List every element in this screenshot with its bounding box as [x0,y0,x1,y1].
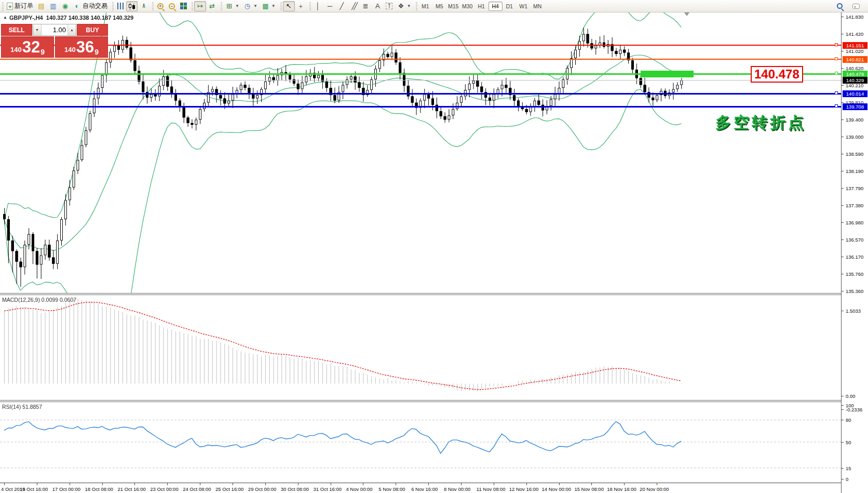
rsi-pane[interactable]: RSI(14) 51.8857 [0,402,841,483]
arrows-button[interactable]: ❖▼ [395,1,413,11]
autotrading-button[interactable]: ◐自动交易 [71,1,110,11]
tile-windows-button[interactable] [178,1,189,11]
equidistant-channel-button[interactable]: ╱ [348,1,360,11]
fibonacci-button[interactable]: ≣ [360,1,372,11]
templates-button[interactable]: ▩▼ [260,1,278,11]
timeframe-button-mn[interactable]: MN [531,2,545,11]
navigator-icon: ◉ [61,2,69,10]
search-icon [837,3,843,9]
time-axis[interactable]: 4 Oct 201915 Oct 16:0017 Oct 00:0018 Oct… [0,483,841,493]
trendline-button[interactable]: ╱ [336,1,348,11]
sell-button[interactable]: SELL [1,24,32,36]
search-button[interactable] [834,1,845,11]
price-callout-label[interactable]: 140.478 [751,66,803,83]
new-order-button[interactable]: ＋新订单 [5,1,35,11]
new-order-label: 新订单 [15,2,33,10]
macd-pane[interactable]: MACD(12,26,9) 0.0099 0.0607 [0,295,841,400]
dropdown-arrow-icon[interactable]: ▼ [253,4,257,8]
bar-chart-button[interactable] [115,1,126,11]
rsi-canvas[interactable] [0,402,841,483]
dropdown-arrow-icon[interactable]: ▼ [235,4,239,8]
timeframe-button-m1[interactable]: M1 [418,2,432,11]
line-anchor-handle[interactable] [835,72,838,75]
rsi-axis-label: 50 [846,439,851,445]
zoom-in-button[interactable]: + [155,1,166,11]
cursor-button[interactable]: ↖ [283,1,295,11]
crosshair-button[interactable]: ＋ [295,1,307,11]
time-label: 24 Oct 08:00 [183,486,211,492]
line-anchor-handle[interactable] [835,43,838,46]
sell-price-button[interactable]: 140329 [1,36,54,58]
macd-axis-label: 0.00 [846,393,856,399]
price-tick-mark [842,222,844,223]
chart-shift-button[interactable]: ⇄ [206,1,218,11]
market-watch-button[interactable]: ▤ [35,1,47,11]
price-tick-label: 141.020 [846,48,863,54]
indicators-icon: ⊞ [225,2,233,10]
price-tick-label: 136.980 [846,220,863,225]
timeframe-button-m15[interactable]: M15 [446,2,460,11]
time-tick-mark [265,483,266,485]
time-label: 15 Oct 16:00 [20,486,48,492]
rsi-tick-mark [842,442,844,443]
zoom-out-button[interactable]: − [166,1,178,11]
turning-point-annotation[interactable]: 多空转折点 [715,112,806,134]
macd-axis-label: 1.5033 [846,308,861,314]
line-anchor-handle[interactable] [835,57,838,60]
price-tick-mark [842,51,844,51]
buy-price-button[interactable]: 140369 [55,36,108,58]
buy-button[interactable]: BUY [77,24,108,36]
price-tick-label: 135.760 [846,271,863,277]
line-anchor-handle[interactable] [835,104,838,108]
timeframe-button-m30[interactable]: M30 [460,2,474,11]
volume-down-button[interactable]: ▼ [33,24,42,35]
volume-up-button[interactable]: ▲ [67,24,76,35]
macd-canvas[interactable] [0,295,841,400]
chat-button[interactable] [850,1,862,11]
periods-button[interactable]: ◷▼ [241,1,260,11]
price-tick-mark [842,17,844,17]
text-button[interactable]: A [372,1,384,11]
autotrading-icon: ◐ [73,2,81,10]
main-chart-pane[interactable]: 140.478 多空转折点 [0,12,841,293]
dropdown-arrow-icon[interactable]: ▼ [407,4,411,8]
collapse-panel-icon[interactable]: ▲ [3,15,7,20]
timeframe-button-d1[interactable]: D1 [503,2,517,11]
time-tick-mark [70,483,70,485]
navigator-button[interactable]: ◉ [59,1,71,11]
highlight-rectangle[interactable] [641,71,694,77]
horizontal-line-139.708[interactable] [0,106,841,108]
timeframe-button-m5[interactable]: M5 [432,2,446,11]
indicators-button[interactable]: ⊞▼ [223,1,241,11]
dropdown-arrow-icon[interactable]: ▼ [272,4,276,8]
horizontal-line-140.014[interactable] [0,93,841,95]
candlestick-canvas[interactable] [0,12,841,293]
line-chart-button[interactable]: /\ [138,1,150,11]
horizontal-line-140.821[interactable] [0,59,841,60]
line-anchor-handle[interactable] [835,91,838,95]
timeframe-button-w1[interactable]: W1 [517,2,531,11]
vertical-line-icon: │ [314,2,322,10]
timeframe-button-h1[interactable]: H1 [474,2,489,11]
text-label-button[interactable]: T [384,1,395,11]
price-axis[interactable]: 141.830141.420141.020140.620140.210139.8… [841,12,868,493]
price-tick-label: 139.000 [846,134,863,140]
periods-icon: ◷ [243,2,251,10]
vertical-line-button[interactable]: │ [312,1,324,11]
horizontal-line-140.478[interactable] [0,73,841,75]
bar-chart-icon [117,3,124,9]
current-price-line [0,80,841,81]
buy-price-big: 36 [76,39,94,55]
timeframe-button-h4[interactable]: H4 [489,2,503,11]
price-tick-mark [842,257,844,257]
horizontal-line-141.151[interactable] [0,45,841,46]
sell-price-big: 32 [22,39,40,55]
data-window-button[interactable]: ▥ [47,1,59,11]
macd-label: MACD(12,26,9) 0.0099 0.0607 [2,297,76,303]
chart-shift-marker-icon[interactable] [684,12,689,16]
price-tick-label: 138.190 [846,168,863,174]
horizontal-line-button[interactable]: ─ [324,1,336,11]
candlestick-chart-button[interactable] [126,1,138,11]
auto-scroll-button[interactable]: ↦ [194,1,206,11]
volume-input[interactable] [42,24,67,35]
